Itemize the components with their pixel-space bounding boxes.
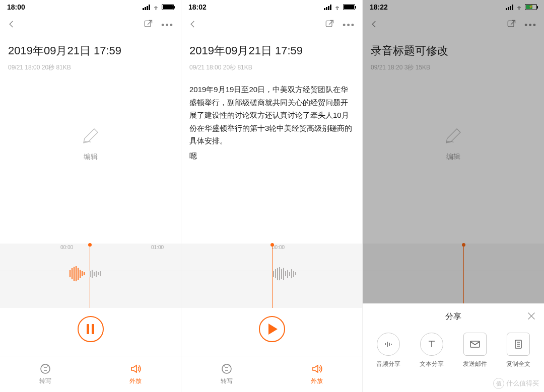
waveform (273, 259, 296, 289)
svg-rect-0 (145, 21, 151, 27)
share-button[interactable] (324, 19, 334, 31)
note-title[interactable]: 2019年09月21日 17:59 (189, 43, 354, 58)
pane-3: 18:22 ⚡ ••• 录音标题可修改 09/21 18:20 3秒 15KB … (363, 0, 544, 392)
text-t-icon (426, 338, 438, 350)
tab-transcribe[interactable]: 转写 (0, 356, 91, 392)
share-text[interactable]: 文本分享 (410, 333, 453, 368)
watermark: 值 什么值得买 (493, 378, 539, 389)
share-mail-label: 发送邮件 (463, 360, 487, 368)
svg-point-1 (41, 364, 50, 373)
battery-icon (162, 4, 174, 10)
pause-icon (87, 324, 94, 334)
tab-speaker[interactable]: 外放 (272, 356, 363, 392)
bottom-tabs: 转写 外放 (181, 356, 362, 392)
share-options: 音频分享 文本分享 发送邮件 复制全文 (363, 330, 544, 373)
watermark-text: 什么值得买 (506, 379, 539, 388)
tick-00: 00:00 (60, 245, 73, 250)
status-icons (324, 4, 355, 10)
status-bar: 18:02 (181, 0, 362, 14)
tab-speaker-label: 外放 (311, 377, 323, 385)
status-time: 18:00 (7, 3, 25, 11)
back-button[interactable] (7, 20, 16, 31)
tab-transcribe[interactable]: 转写 (181, 356, 272, 392)
playhead[interactable] (272, 244, 273, 308)
share-copy[interactable]: 复制全文 (497, 333, 540, 368)
pane-1: 18:00 ••• 2019年09月21日 17:59 09/21 18:00 … (0, 0, 181, 392)
transcript-p2: 嗯 (189, 149, 354, 163)
audio-bars-icon (382, 338, 394, 350)
more-button[interactable]: ••• (343, 21, 355, 30)
waveform-area[interactable]: 00:00 (181, 244, 362, 308)
play-button[interactable] (259, 316, 285, 342)
share-audio[interactable]: 音频分享 (367, 333, 410, 368)
note-meta: 09/21 18:00 20秒 81KB (8, 63, 173, 72)
edit-placeholder[interactable]: 编辑 (0, 125, 181, 162)
bottom-tabs: 转写 外放 (0, 356, 181, 392)
playback-controls (0, 311, 181, 347)
transcribe-icon (39, 363, 51, 375)
share-sheet-title: 分享 (445, 311, 461, 322)
status-bar: 18:00 (0, 0, 181, 14)
wifi-icon (333, 5, 341, 10)
playback-controls (181, 311, 362, 347)
mail-icon (469, 338, 481, 350)
signal-icon (143, 5, 150, 10)
edit-label: 编辑 (0, 152, 181, 162)
wifi-icon (152, 5, 160, 10)
close-button[interactable] (526, 310, 537, 322)
tab-speaker-label: 外放 (129, 377, 142, 385)
tab-transcribe-label: 转写 (221, 377, 233, 385)
share-audio-label: 音频分享 (376, 360, 400, 368)
speaker-icon (311, 363, 323, 375)
share-text-label: 文本分享 (420, 360, 444, 368)
watermark-badge: 值 (493, 378, 504, 389)
transcribe-icon (221, 363, 233, 375)
share-copy-label: 复制全文 (506, 360, 530, 368)
more-button[interactable]: ••• (161, 21, 174, 30)
waveform-played (70, 259, 85, 289)
transcript-text[interactable]: 2019年9月19日至20日，中美双方经贸团队在华盛顿举行，副部级磋商就共同关心… (181, 75, 362, 170)
battery-icon (343, 4, 355, 10)
signal-icon (324, 5, 331, 10)
status-icons (143, 4, 174, 10)
back-button[interactable] (188, 20, 197, 31)
svg-rect-5 (470, 341, 480, 347)
speaker-icon (129, 363, 142, 375)
svg-rect-2 (326, 21, 332, 27)
play-icon (268, 324, 278, 335)
waveform-rest (90, 259, 101, 289)
tab-transcribe-label: 转写 (39, 377, 51, 385)
tick-01: 01:00 (151, 245, 164, 250)
note-title[interactable]: 2019年09月21日 17:59 (8, 43, 173, 58)
waveform-area[interactable]: 00:00 01:00 (0, 244, 181, 308)
tab-speaker[interactable]: 外放 (91, 356, 181, 392)
nav-bar: ••• (0, 14, 181, 36)
transcript-p1: 2019年9月19日至20日，中美双方经贸团队在华盛顿举行，副部级磋商就共同关心… (189, 83, 354, 147)
share-sheet-header: 分享 (363, 303, 544, 330)
copy-doc-icon (512, 338, 524, 350)
close-icon (526, 310, 537, 322)
pane-2: 18:02 ••• 2019年09月21日 17:59 09/21 18:00 … (181, 0, 363, 392)
note-meta: 09/21 18:00 20秒 81KB (189, 63, 354, 72)
share-mail[interactable]: 发送邮件 (453, 333, 497, 368)
note-header: 2019年09月21日 17:59 09/21 18:00 20秒 81KB (0, 36, 181, 75)
nav-bar: ••• (181, 14, 362, 36)
share-button[interactable] (143, 19, 153, 31)
status-time: 18:02 (188, 3, 207, 11)
svg-point-3 (222, 364, 231, 373)
pencil-icon (80, 139, 101, 148)
note-header: 2019年09月21日 17:59 09/21 18:00 20秒 81KB (181, 36, 362, 75)
pause-button[interactable] (78, 316, 104, 342)
